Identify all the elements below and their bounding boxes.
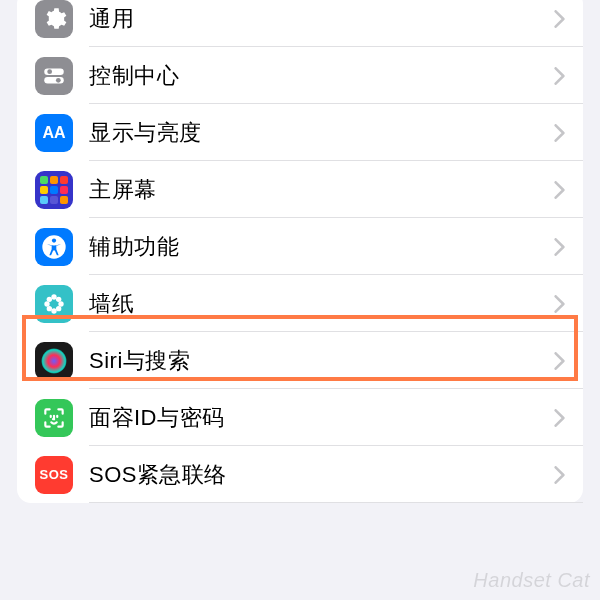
chevron-right-icon (554, 409, 565, 427)
row-general[interactable]: 通用 (17, 0, 583, 47)
row-control-center[interactable]: 控制中心 (17, 47, 583, 104)
row-label: 墙纸 (89, 289, 554, 319)
row-label: 主屏幕 (89, 175, 554, 205)
svg-point-11 (56, 296, 61, 301)
app-grid-icon (35, 171, 73, 209)
svg-point-10 (47, 296, 52, 301)
accessibility-icon (35, 228, 73, 266)
chevron-right-icon (554, 238, 565, 256)
row-home-screen[interactable]: 主屏幕 (17, 161, 583, 218)
svg-point-13 (56, 305, 61, 310)
row-label: 辅助功能 (89, 232, 554, 262)
toggles-icon (35, 57, 73, 95)
chevron-right-icon (554, 181, 565, 199)
chevron-right-icon (554, 124, 565, 142)
svg-point-14 (51, 300, 57, 306)
row-emergency-sos[interactable]: SOS SOS紧急联络 (17, 446, 583, 503)
settings-list: 通用 控制中心 AA 显示与亮度 主屏幕 辅助功能 (17, 0, 583, 503)
row-label: 控制中心 (89, 61, 554, 91)
row-label: Siri与搜索 (89, 346, 554, 376)
row-label: 面容ID与密码 (89, 403, 554, 433)
svg-point-6 (51, 294, 56, 299)
svg-point-1 (47, 69, 52, 74)
gear-icon (35, 0, 73, 38)
svg-point-8 (44, 301, 49, 306)
svg-point-5 (52, 238, 56, 242)
flower-icon (35, 285, 73, 323)
chevron-right-icon (554, 10, 565, 28)
row-face-id-passcode[interactable]: 面容ID与密码 (17, 389, 583, 446)
chevron-right-icon (554, 67, 565, 85)
row-siri-search[interactable]: Siri与搜索 (17, 332, 583, 389)
chevron-right-icon (554, 352, 565, 370)
svg-point-15 (42, 348, 67, 373)
text-size-icon: AA (35, 114, 73, 152)
svg-point-9 (58, 301, 63, 306)
row-wallpaper[interactable]: 墙纸 (17, 275, 583, 332)
chevron-right-icon (554, 466, 565, 484)
watermark-text: Handset Cat (473, 569, 590, 592)
svg-rect-0 (44, 68, 64, 75)
chevron-right-icon (554, 295, 565, 313)
row-display-brightness[interactable]: AA 显示与亮度 (17, 104, 583, 161)
row-accessibility[interactable]: 辅助功能 (17, 218, 583, 275)
svg-point-7 (51, 308, 56, 313)
row-label: 通用 (89, 4, 554, 34)
faceid-icon (35, 399, 73, 437)
svg-rect-2 (44, 77, 64, 84)
siri-icon (35, 342, 73, 380)
svg-point-12 (47, 305, 52, 310)
sos-icon: SOS (35, 456, 73, 494)
svg-point-3 (56, 77, 61, 82)
row-label: SOS紧急联络 (89, 460, 554, 490)
row-label: 显示与亮度 (89, 118, 554, 148)
